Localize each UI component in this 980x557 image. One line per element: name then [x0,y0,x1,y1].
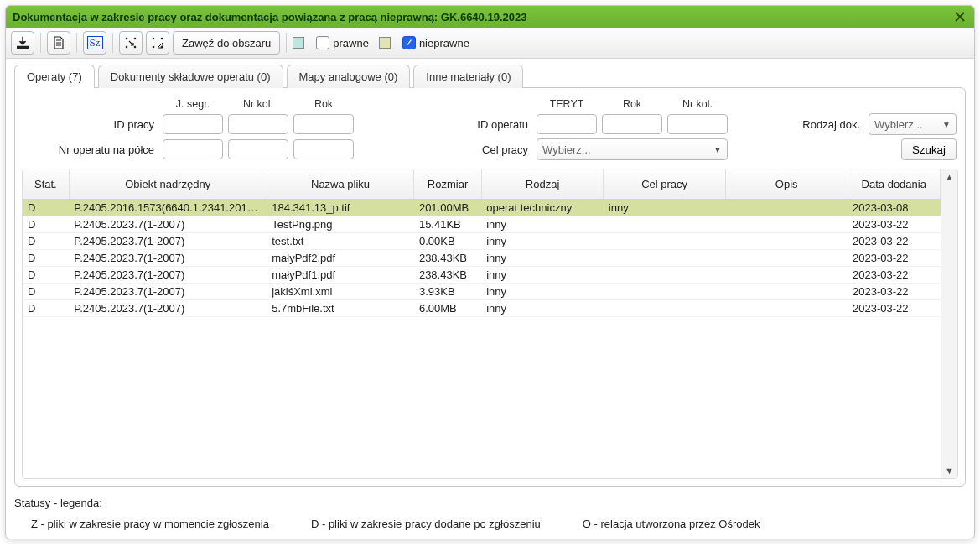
legal-checkbox[interactable]: prawne [316,36,376,49]
cell-obj: P.2405.2023.7(1-2007) [69,233,267,250]
header-nrkol2: Nr kol. [667,98,728,110]
narrow-area-label: Zawęź do obszaru [182,37,271,49]
svg-point-5 [161,38,163,40]
table-row[interactable]: DP.2405.2016.1573(6640.1.2341.2014 t...1… [23,200,941,216]
cell-date: 2023-03-22 [848,267,940,284]
cell-desc [725,216,848,233]
search-button[interactable]: Szukaj [901,138,957,160]
input-id-operatu-teryt[interactable] [537,114,597,134]
cell-size: 6.00MB [414,300,481,317]
column-header[interactable]: Opis [725,169,848,200]
illegal-checkbox[interactable]: ✓ nieprawne [402,36,476,49]
cell-obj: P.2405.2023.7(1-2007) [69,300,267,317]
legend: Statusy - legenda: Z - pliki w zakresie … [6,492,974,539]
input-nr-operatu-1[interactable] [163,139,223,159]
column-header[interactable]: Rodzaj [481,169,604,200]
cell-stat: D [23,284,69,300]
table-row[interactable]: DP.2405.2023.7(1-2007)test.txt0.00KBinny… [23,233,941,250]
input-id-pracy-rok[interactable] [293,114,354,134]
cell-size: 3.93KB [414,284,481,300]
column-header[interactable]: Nazwa pliku [267,169,414,200]
legend-title: Statusy - legenda: [14,497,966,509]
cell-cel [604,267,726,284]
close-button[interactable] [952,9,967,24]
cell-stat: D [23,216,69,233]
table-row[interactable]: DP.2405.2023.7(1-2007)TestPng.png15.41KB… [23,216,941,233]
label-rodzaj-dok: Rodzaj dok. [771,118,863,131]
sz-icon: Sz [87,36,103,49]
cell-size: 238.43KB [414,267,481,284]
results-table-scroll[interactable]: Stat.Obiekt nadrzędnyNazwa plikuRozmiarR… [23,169,941,478]
table-row[interactable]: DP.2405.2023.7(1-2007)jakiśXml.xml3.93KB… [23,284,941,300]
legend-item: O - relacja utworzona przez Ośrodek [583,518,760,530]
cell-obj: P.2405.2023.7(1-2007) [69,284,267,300]
input-id-operatu-rok[interactable] [602,114,662,134]
tab-bar: Operaty (7)Dokumenty składowe operatu (0… [6,59,974,87]
select-placeholder: Wybierz... [874,118,923,131]
legal-label: prawne [333,37,369,49]
input-nr-operatu-3[interactable] [293,139,354,159]
cell-file: TestPng.png [267,216,414,233]
vertical-scrollbar[interactable]: ▲ ▼ [941,169,957,478]
svg-point-4 [153,38,155,40]
cell-cel [604,300,726,317]
sz-button[interactable]: Sz [83,31,106,55]
cell-size: 238.43KB [414,250,481,267]
cell-kind: operat techniczny [481,200,604,216]
cell-cel [604,233,726,250]
narrow-area-button[interactable]: Zawęź do obszaru [173,31,280,55]
column-header[interactable]: Rozmiar [414,169,481,200]
cell-stat: D [23,250,69,267]
select-cel-pracy[interactable]: Wybierz... ▼ [537,138,728,160]
tab-1[interactable]: Dokumenty składowe operatu (0) [98,65,283,88]
cell-cel [604,216,726,233]
input-nr-operatu-2[interactable] [228,139,288,159]
cell-date: 2023-03-08 [848,200,940,216]
tab-2[interactable]: Mapy analogowe (0) [287,65,411,88]
label-id-pracy: ID pracy [23,118,158,131]
cell-cel [604,284,726,300]
input-id-pracy-nrkol[interactable] [228,114,288,134]
scroll-up-icon[interactable]: ▲ [941,169,957,185]
input-id-operatu-nrkol[interactable] [667,114,728,134]
table-row[interactable]: DP.2405.2023.7(1-2007)małyPdf2.pdf238.43… [23,250,941,267]
tab-3[interactable]: Inne materiały (0) [413,65,523,88]
cell-desc [725,300,848,317]
select-points-button[interactable] [119,31,143,55]
table-row[interactable]: DP.2405.2023.7(1-2007)małyPdf1.pdf238.43… [23,267,941,284]
cell-desc [725,267,848,284]
column-header[interactable]: Cel pracy [604,169,726,200]
cell-desc [725,250,848,267]
search-button-label: Szukaj [912,143,946,156]
chevron-down-icon: ▼ [713,145,722,154]
tab-0[interactable]: Operaty (7) [14,65,95,88]
scroll-down-icon[interactable]: ▼ [941,463,957,478]
cell-obj: P.2405.2023.7(1-2007) [69,267,267,284]
column-header[interactable]: Data dodania [848,169,940,200]
column-header[interactable]: Stat. [23,169,69,200]
cell-date: 2023-03-22 [848,300,940,317]
cell-kind: inny [481,300,604,317]
filter-area: J. segr. Nr kol. Rok TERYT Rok Nr kol. I… [22,95,958,169]
header-nrkol: Nr kol. [228,98,288,110]
cell-date: 2023-03-22 [848,233,940,250]
cell-obj: P.2405.2023.7(1-2007) [69,216,267,233]
column-header[interactable]: Obiekt nadrzędny [69,169,267,200]
cell-stat: D [23,300,69,317]
svg-point-3 [134,46,137,49]
toolbar: Sz Zawęź do obszaru prawne [6,28,974,59]
cell-obj: P.2405.2016.1573(6640.1.2341.2014 t... [69,200,267,216]
illegal-swatch [379,37,391,49]
select-rodzaj-dok[interactable]: Wybierz... ▼ [869,113,957,135]
download-button[interactable] [11,31,34,55]
cell-file: jakiśXml.xml [267,284,414,300]
label-nr-operatu: Nr operatu na półce [23,143,158,156]
table-row[interactable]: DP.2405.2023.7(1-2007)5.7mbFile.txt6.00M… [23,300,941,317]
select-area-button[interactable] [146,31,169,55]
select-area-icon [151,36,164,49]
input-id-pracy-jsegr[interactable] [163,114,223,134]
tab-panel-operaty: J. segr. Nr kol. Rok TERYT Rok Nr kol. I… [14,87,966,487]
document-button[interactable] [47,31,70,55]
header-jsegr: J. segr. [163,98,223,110]
svg-point-2 [126,46,128,49]
